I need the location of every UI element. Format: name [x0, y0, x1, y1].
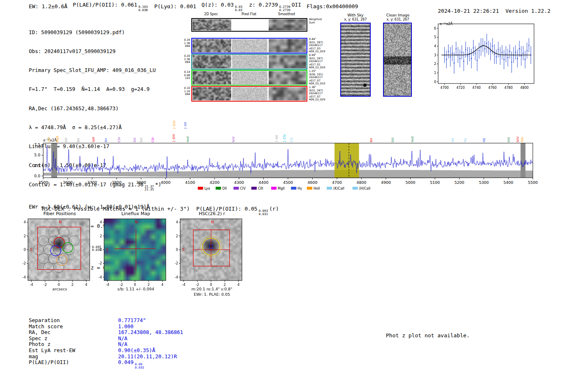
- data-point: [452, 53, 453, 54]
- match-value: N/A: [118, 341, 128, 347]
- x-tick-label: 4700: [332, 180, 342, 185]
- emission-line-label: NV: [77, 137, 80, 142]
- line-fit-plot: 4700472047404760478048000123456e⁻¹⁷x2Å: [428, 20, 539, 94]
- info-seeing: F=1.7" T=0.159 N̄=1.14 A=0.93 g=24.9: [29, 86, 161, 92]
- emission-line-label: NV: [369, 137, 373, 142]
- x-tick-label: 3500: [38, 180, 48, 185]
- legend-swatch: [234, 187, 239, 190]
- x-tick-label: 3900: [136, 180, 146, 185]
- lineflux-map-panel: Lineflux Map -4-4-2-2002244NE s/b: 1.11 …: [99, 211, 173, 299]
- cutout-column-header: Pixel Flat: [231, 12, 267, 16]
- x-tick-label: 4740: [472, 86, 481, 90]
- z-value: z: 0.27390.27390.2739OII: [249, 2, 301, 12]
- cutout-row-right-label: Weighted Sum: [309, 18, 328, 24]
- data-point: [471, 58, 472, 59]
- data-point: [511, 62, 512, 63]
- noise-envelope: [43, 170, 533, 178]
- legend-label: Lyα: [204, 187, 210, 190]
- y-tick-label: 2: [176, 234, 178, 238]
- y-tick-label: 3: [434, 53, 436, 57]
- data-point: [486, 43, 488, 44]
- emission-line-label: } OVI: [172, 134, 176, 142]
- cutout-2d-spec: [193, 19, 231, 30]
- clean-image-coords: x, y: 631, 267: [382, 18, 414, 21]
- x-tick-label: 5200: [454, 180, 464, 185]
- plae-lower: 0.038: [138, 9, 148, 12]
- data-point: [523, 53, 524, 54]
- data-point: [475, 53, 476, 54]
- clean-image-title: Clean Image: [382, 13, 414, 17]
- match-value: 0.771774": [118, 317, 146, 323]
- match-row: Separation0.771774": [29, 318, 183, 324]
- x-tick-label: 4780: [504, 86, 513, 90]
- hsc-plae-lower: 0.031: [259, 213, 268, 216]
- match-row: Est LyA rest-EW0.90(±0.35)Å: [29, 348, 183, 354]
- data-point: [502, 52, 503, 53]
- match-label: Spec z: [29, 336, 118, 342]
- cutout-row: [191, 86, 307, 102]
- match-row: RA, Dec167.243808, 48.386861: [29, 329, 183, 336]
- clean-image-panel: Clean Image x, y: 631, 267: [382, 13, 414, 100]
- cutout-row: [191, 54, 307, 70]
- cutout-row: [191, 70, 307, 86]
- legend-swatch: [216, 187, 221, 190]
- plot-frame: [438, 24, 534, 84]
- hsc-r-panel: HSC(26.2) r -4-4-2-2002244NE m:20.1 re:1…: [175, 211, 249, 299]
- x-tick-label: 0: [134, 283, 136, 287]
- cutout-row-right-label: 0.99" (631, 267) 20240117 v017_01 409_LU…: [309, 54, 328, 70]
- legend-swatch: [327, 187, 332, 190]
- cutout-smoothed: [269, 19, 306, 30]
- lineflux-caption: s/b: 1.11 +/- 0.094: [99, 287, 173, 291]
- y-tick-label: 0: [24, 248, 26, 252]
- cutout-row-left-label: 0.20 2.36 084: [182, 55, 190, 64]
- data-point: [454, 63, 455, 64]
- lineflux-map-overlay: -4-4-2-2002244NE: [99, 211, 173, 293]
- x-tick-label: -4: [106, 283, 109, 287]
- emission-line-label: SiII: [139, 138, 143, 142]
- fiber-positions-overlay: -4-4-2-2002244NE: [23, 211, 97, 293]
- x-tick-label: 0: [210, 283, 212, 287]
- emission-line-label: } OII: [275, 135, 279, 142]
- match-row: Spec zN/A: [29, 336, 183, 342]
- legend-swatch: [291, 187, 296, 190]
- match-row: Match score1.000: [29, 324, 183, 330]
- emission-line-label: CIII: [151, 137, 155, 142]
- legend-swatch: [353, 187, 358, 190]
- y-tick-label: -2: [23, 261, 26, 265]
- match-row: P(LAE)/P(OII)0.0490.090.032: [29, 360, 183, 369]
- match-label: Separation: [29, 318, 118, 324]
- data-point: [463, 61, 465, 62]
- data-point: [461, 52, 462, 53]
- match-value: 0.90(±0.35)Å: [118, 347, 155, 353]
- x-tick-label: 4: [237, 283, 239, 287]
- match-value: 1.000: [118, 323, 134, 329]
- data-point: [455, 48, 457, 49]
- compass-east: E: [30, 248, 33, 252]
- cutout-2d-spec: [193, 55, 231, 68]
- emission-line-label: Lyα: [47, 137, 51, 142]
- emission-line-label: HeII: [186, 136, 190, 142]
- x-tick-label: 3800: [111, 180, 121, 185]
- emission-line-label: HeII: [411, 136, 414, 142]
- data-point: [473, 47, 474, 49]
- data-point: [465, 49, 466, 50]
- data-point: [504, 59, 505, 60]
- cutout-grid: 2D SpecPixel FlatSmoothedWeighted Sum0.2…: [182, 12, 329, 105]
- data-point: [496, 56, 497, 58]
- legend-label: (K)CaII: [333, 187, 344, 190]
- data-point: [450, 56, 451, 58]
- y-tick-label: 2: [434, 62, 436, 66]
- fiber-circle: [38, 253, 49, 264]
- ew-value: EW: 1.2±0.6Å: [29, 3, 67, 9]
- fiber-positions-panel: Fiber Positions -4-4-2-2002244NE arcsecs: [23, 211, 97, 299]
- data-point: [528, 45, 530, 46]
- hsc-caption-1: m:20.1 re:1.4" s:0.8": [175, 287, 249, 291]
- cutout-2d-spec: [193, 87, 231, 100]
- emission-line-label: } SiIV: [172, 120, 176, 129]
- report-version: Version 1.22.2: [505, 8, 550, 14]
- fiber-circle: [33, 245, 44, 255]
- legend-swatch: [198, 187, 203, 190]
- x-tick-label: -4: [30, 283, 33, 287]
- flags-value: Flags:0x00400009: [307, 3, 358, 9]
- x-tick-label: -2: [119, 283, 123, 287]
